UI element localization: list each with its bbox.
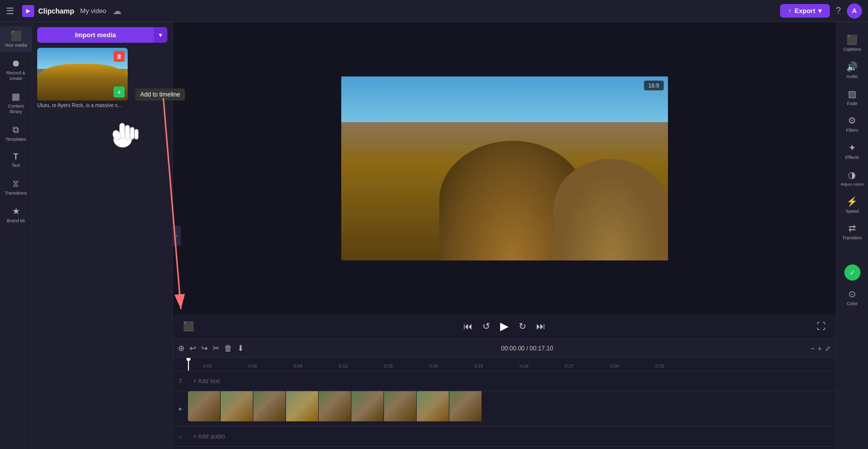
skip-to-end-button[interactable]: ⏭ bbox=[536, 321, 545, 332]
record-label: Record & create bbox=[2, 70, 30, 81]
content-library-icon: ▦ bbox=[12, 91, 20, 102]
right-sidebar-item-effects[interactable]: ✦ Effects bbox=[839, 138, 866, 164]
sidebar-item-content-library[interactable]: ▦ Content library bbox=[0, 87, 32, 119]
ruler-mark-11: 0:33 bbox=[655, 364, 701, 369]
help-button[interactable]: ? bbox=[836, 6, 841, 16]
ruler-marks: 0:03 0:06 0:09 0:12 0:15 0:18 0:21 0:24 … bbox=[173, 364, 836, 369]
timeline-playhead[interactable] bbox=[188, 358, 189, 371]
ruler-mark-7: 0:21 bbox=[474, 364, 520, 369]
sidebar-item-templates[interactable]: ⧉ Templates bbox=[0, 121, 32, 146]
captions-icon: ⬛ bbox=[846, 34, 857, 45]
right-sidebar-item-speed[interactable]: ⚡ Speed bbox=[839, 192, 866, 218]
right-sidebar-item-captions[interactable]: ⬛ Captions bbox=[839, 30, 866, 56]
forward-5-button[interactable]: ↻ bbox=[519, 321, 526, 332]
main-area: ⬛ Your media ⏺ Record & create ▦ Content… bbox=[0, 22, 868, 449]
delete-clip-button[interactable]: 🗑 bbox=[224, 344, 232, 353]
subtitle-button[interactable]: ⬛ bbox=[183, 321, 194, 332]
effects-icon: ✦ bbox=[848, 142, 856, 153]
color-icon: ⊙ bbox=[848, 289, 856, 300]
video-frame-9 bbox=[449, 391, 481, 421]
right-sidebar: ⬛ Captions 🔊 Audio ▨ Fade ⚙ Filters ✦ Ef… bbox=[836, 22, 868, 449]
right-sidebar-item-fade[interactable]: ▨ Fade bbox=[839, 84, 866, 111]
save-frame-button[interactable]: ⬇ bbox=[237, 343, 244, 353]
right-sidebar-item-adjust[interactable]: ◑ Adjust colors bbox=[839, 165, 866, 191]
menu-button[interactable]: ☰ bbox=[6, 6, 14, 17]
video-frame-7 bbox=[384, 391, 416, 421]
rewind-5-button[interactable]: ↺ bbox=[483, 321, 490, 332]
redo-button[interactable]: ↪ bbox=[201, 343, 208, 353]
zoom-controls: − + ⤢ bbox=[811, 344, 831, 352]
media-thumbnail[interactable]: 🗑 + Add to timeline bbox=[37, 48, 128, 101]
logo-icon: ▶ bbox=[22, 5, 34, 17]
sidebar-item-your-media[interactable]: ⬛ Your media bbox=[0, 26, 32, 52]
media-panel: Import media ▾ 🗑 + Add to timeline Uluru… bbox=[32, 22, 173, 449]
add-audio-button[interactable]: + Add audio bbox=[188, 426, 230, 446]
record-icon: ⏺ bbox=[12, 58, 21, 69]
current-time: 00:00.00 bbox=[501, 345, 525, 352]
media-delete-button[interactable]: 🗑 bbox=[114, 51, 125, 62]
play-button[interactable]: ▶ bbox=[500, 320, 509, 333]
video-track-content[interactable] bbox=[188, 391, 836, 426]
speed-icon: ⚡ bbox=[846, 196, 857, 207]
right-sidebar-item-audio[interactable]: 🔊 Audio bbox=[839, 57, 866, 83]
audio-track-content: + Add audio bbox=[188, 426, 836, 446]
fullscreen-button[interactable]: ⛶ bbox=[817, 321, 826, 332]
timeline-tracks: T + Add text ▶ bbox=[173, 371, 836, 449]
templates-icon: ⧉ bbox=[13, 125, 19, 135]
import-media-button[interactable]: Import media bbox=[37, 27, 154, 43]
export-label: Export bbox=[795, 7, 815, 15]
magnet-button[interactable]: ⊕ bbox=[178, 343, 184, 353]
zoom-out-button[interactable]: − bbox=[811, 344, 815, 352]
export-button[interactable]: ↑ Export ▾ bbox=[780, 4, 830, 18]
speed-label: Speed bbox=[845, 209, 858, 214]
video-preview bbox=[341, 76, 668, 260]
video-track-row: ▶ bbox=[173, 391, 836, 426]
video-frame-4 bbox=[286, 391, 318, 421]
skip-to-start-button[interactable]: ⏮ bbox=[463, 321, 472, 332]
right-sidebar-item-transition[interactable]: ⇄ Transition bbox=[839, 219, 866, 245]
sidebar-item-text[interactable]: T Text bbox=[0, 148, 32, 172]
content-library-label: Content library bbox=[2, 104, 30, 115]
ruler-mark-1: 0:03 bbox=[203, 364, 248, 369]
audio-label: Audio bbox=[846, 74, 858, 79]
transitions-label: Transitions bbox=[5, 191, 27, 196]
add-text-button[interactable]: + Add text bbox=[188, 371, 225, 391]
playhead-dot bbox=[186, 358, 190, 361]
fade-label: Fade bbox=[847, 101, 857, 107]
zoom-in-button[interactable]: + bbox=[818, 344, 822, 352]
cloud-icon[interactable]: ☁ bbox=[113, 6, 122, 17]
undo-button[interactable]: ↩ bbox=[189, 343, 196, 353]
zoom-expand-button[interactable]: ⤢ bbox=[825, 344, 831, 352]
audio-track-label: ♪ bbox=[173, 433, 188, 439]
video-title[interactable]: My video bbox=[80, 7, 107, 15]
right-sidebar-check-button[interactable]: ✓ bbox=[844, 264, 860, 281]
effects-label: Effects bbox=[845, 155, 859, 160]
text-track-row: T + Add text bbox=[173, 371, 836, 391]
logo: ▶ Clipchamp bbox=[22, 5, 74, 17]
captions-label: Captions bbox=[843, 47, 861, 52]
right-sidebar-item-filters[interactable]: ⚙ Filters bbox=[839, 111, 866, 137]
right-sidebar-item-color[interactable]: ⊙ Color bbox=[836, 285, 868, 311]
avatar[interactable]: A bbox=[847, 4, 862, 19]
media-add-button[interactable]: + bbox=[114, 86, 125, 98]
transition-icon: ⇄ bbox=[848, 223, 856, 234]
aspect-ratio-badge[interactable]: 16:9 bbox=[644, 80, 663, 91]
your-media-label: Your media bbox=[5, 43, 27, 48]
timeline-toolbar: ⊕ ↩ ↪ ✂ 🗑 ⬇ 00:00.00 / 00:17.10 − + ⤢ bbox=[173, 339, 836, 358]
sidebar-item-record-create[interactable]: ⏺ Record & create bbox=[0, 54, 32, 85]
ruler-mark-4: 0:12 bbox=[339, 364, 384, 369]
import-arrow-button[interactable]: ▾ bbox=[154, 27, 167, 43]
sidebar-item-brand-kit[interactable]: ★ Brand kit bbox=[0, 202, 32, 228]
import-btn-row: Import media ▾ bbox=[37, 27, 167, 43]
video-frame-5 bbox=[319, 391, 351, 421]
sidebar-item-transitions[interactable]: ⧖ Transitions bbox=[0, 174, 32, 200]
video-frame-6 bbox=[351, 391, 383, 421]
media-thumb-wrapper: 🗑 + Add to timeline Uluru, or Ayers Rock… bbox=[37, 48, 167, 108]
collapse-panel-button[interactable]: ‹ bbox=[173, 226, 181, 246]
logo-text: Clipchamp bbox=[38, 7, 74, 15]
timeline-time: 00:00.00 / 00:17.10 bbox=[249, 345, 806, 352]
total-time: 00:17.10 bbox=[530, 345, 553, 352]
your-media-icon: ⬛ bbox=[11, 30, 22, 41]
cut-button[interactable]: ✂ bbox=[213, 343, 219, 353]
text-icon: T bbox=[14, 152, 19, 161]
